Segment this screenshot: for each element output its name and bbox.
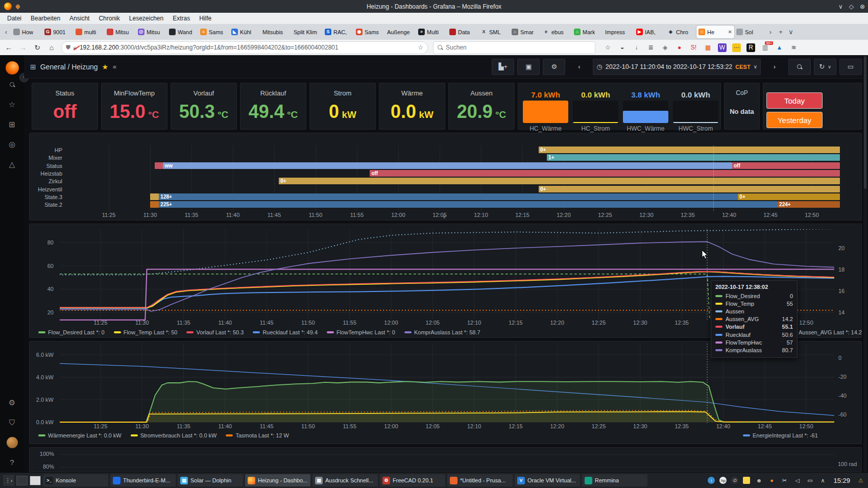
svg-text:12:15: 12:15 [509,423,523,429]
virtual-desktop-2[interactable] [30,476,41,485]
virtual-desktop-1[interactable] [16,476,28,485]
today-button[interactable]: Today [766,92,823,109]
legend-item-energieintegral[interactable]: EnergieIntegral Last *: -61 [743,432,818,438]
tooltip-row-ruecklauf: Ruecklauf50.6 [715,331,793,338]
power-graph-legend: Wärmeenergie Last *: 0.0 kWStromverbrauc… [38,432,289,438]
legend-marker [186,331,194,333]
legend-marker [743,434,750,436]
legend-item-vorlauf[interactable]: Vorlauf Last *: 50.3 [186,329,244,335]
timeline-row-label: Heizventil [30,186,62,192]
page-scrollbar[interactable] [863,55,867,472]
info-icon[interactable]: i [708,477,715,484]
task-thunderbird-e-m-[interactable]: Thunderbird-E-M... [110,474,176,486]
svg-text:12:50: 12:50 [799,320,813,326]
task-oracle-vm-virtual-[interactable]: VOracle VM Virtual... [515,474,580,486]
gauge-fill [523,101,568,123]
legend-item-aussen_avg[interactable]: Aussen_AVG Last *: 14.2 [789,329,862,335]
timeline-segment: 225+ [159,201,778,208]
quick-links-panel: TodayYesterday [763,83,862,130]
legend-item-tasmota[interactable]: Tasmota Last *: 12 W [226,432,289,438]
temp-graph-legend: Flow_Desired Last *: 0Flow_Temp Last *: … [38,329,480,335]
notes-icon[interactable] [743,477,750,484]
launcher-icon[interactable]: ⋮› [3,475,14,486]
legend-item-flow_desired[interactable]: Flow_Desired Last *: 0 [38,329,105,335]
task-label: Heizung - Dashbo... [258,477,307,483]
svg-text:11:55: 11:55 [343,423,356,429]
svg-text:12:40: 12:40 [716,423,731,429]
gauge-label: HC_Strom [573,125,618,132]
svg-text:11:40: 11:40 [219,320,232,326]
task-remmina[interactable]: Remmina [582,474,647,486]
legend-item-wärmeenergie[interactable]: Wärmeenergie Last *: 0.0 kW [38,432,122,438]
timeline-segment: 0+ [279,178,839,184]
svg-text:20: 20 [838,245,845,251]
cut-icon[interactable]: ✂ [780,476,788,484]
time-tick: 11:35 [180,212,203,218]
panel-collapse-caret-icon[interactable]: ∨ [442,213,446,220]
time-tick: 12:50 [801,212,823,218]
time-tick: 11:55 [346,212,368,218]
svg-text:4.0 kW: 4.0 kW [36,374,54,380]
stat-value: 49.4 °C [240,101,306,123]
volume-icon[interactable]: ◁ [793,476,801,484]
timeline-segment: 128+ [159,193,738,200]
gauge-value: 7.0 kWh [523,90,568,99]
gauge-value: 0.0 kWh [573,90,618,99]
legend-item-flow_temp[interactable]: Flow_Temp Last *: 50 [114,329,178,335]
crosshair-line [713,145,714,211]
svg-text:11:40: 11:40 [219,423,232,429]
timeline-row-label: State.2 [30,202,62,208]
stat-panel-status: Statusoff [32,83,98,130]
stat-value: 0 kW [310,101,375,123]
axis-label: 100% [34,451,54,457]
mouse-cursor [702,250,709,260]
task-icon: ▨ [180,477,188,484]
time-tick: 12:30 [635,212,658,218]
mute-icon[interactable]: ∅ [731,477,738,484]
cop-panel: CoPNo data [724,83,760,130]
state-timeline-panel: 11:2511:3011:3511:4011:4511:5011:5512:00… [29,133,862,221]
svg-text:12:35: 12:35 [674,320,689,326]
task-heizung-dashbo-[interactable]: Heizung - Dashbo... [245,474,310,486]
kde-taskbar: ⋮›>_KonsoleThunderbird-E-M...▨Solar — Do… [0,472,868,488]
expand-icon[interactable]: ∧ [818,476,827,484]
system-tray: ihp∅☻●✂◁▭∧15:29⚠ [708,476,865,484]
svg-text:2.0 kW: 2.0 kW [36,397,54,403]
temp-graph-legend-right: Aussen_AVG Last *: 14.2 [789,329,862,335]
task-freecad-0-20-1[interactable]: ⚙FreeCAD 0.20.1 [380,474,445,486]
taskbar-clock[interactable]: 15:29 [833,477,850,484]
legend-item-stromverbrauch[interactable]: Stromverbrauch Last *: 0.0 kW [131,432,217,438]
timeline-segment: ww [163,162,732,169]
svg-text:60: 60 [47,263,54,269]
legend-item-komprauslass[interactable]: KomprAuslass Last *: 58.7 [404,329,480,335]
tooltip-row-flow_temp: Flow_Temp55 [715,300,793,307]
axis-label: 80% [34,463,54,470]
task-icon: >_ [45,477,53,484]
timeline-row-label: Mixer [30,155,62,161]
legend-item-ruecklauf[interactable]: Ruecklauf Last *: 49.4 [253,329,318,335]
svg-text:12:10: 12:10 [467,423,481,429]
task-ausdruck-schnell-[interactable]: ▤Ausdruck Schnell... [312,474,378,486]
warning-icon[interactable]: ⚠ [857,476,865,484]
tooltip-row-flowtemphwc: FlowTempHwc57 [715,338,793,346]
user-icon[interactable]: ☻ [755,476,763,484]
task-solar-dolphin[interactable]: ▨Solar — Dolphin [178,474,243,486]
display-icon[interactable]: ▭ [806,476,814,484]
task--untitled-prusa-[interactable]: *Untitled - Prusa... [447,474,513,486]
dashboard: StatusoffMinFlowTemp15.0 °CVorlauf50.3 °… [0,0,868,488]
svg-text:12:10: 12:10 [467,320,481,326]
gridline [60,467,834,468]
yesterday-button[interactable]: Yesterday [766,112,823,128]
stat-title: Aussen [449,89,514,97]
legend-item-flowtemphwc[interactable]: FlowTempHwc Last *: 0 [327,329,395,335]
svg-text:11:45: 11:45 [260,423,274,429]
time-tick: 11:40 [222,212,244,218]
clementine-icon[interactable]: ● [767,476,776,484]
timeline-segment: 1+ [547,154,839,161]
task-label: Oracle VM Virtual... [527,477,576,483]
hp-icon[interactable]: hp [719,477,727,484]
legend-marker [38,331,45,333]
task-konsole[interactable]: >_Konsole [43,474,108,486]
cop-title: CoP [725,89,759,96]
gauge-fill [673,122,718,123]
